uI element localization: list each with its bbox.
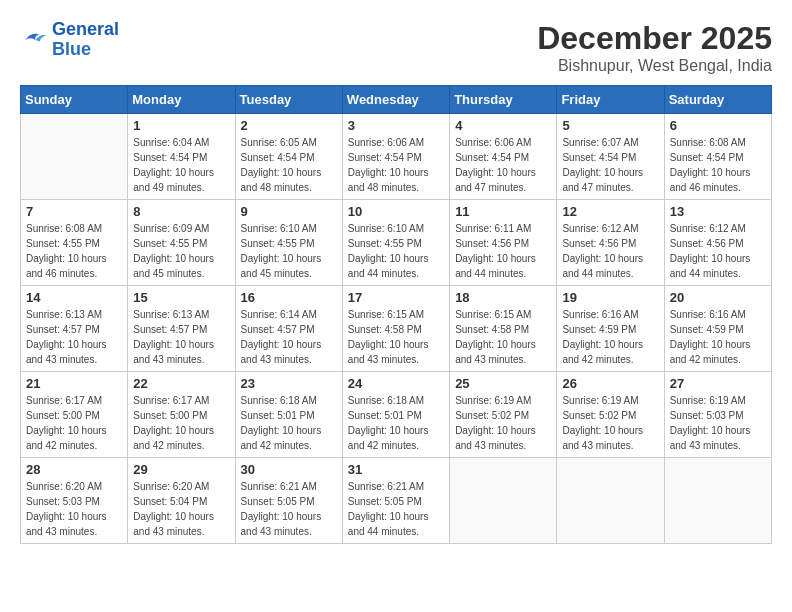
- table-row: 4Sunrise: 6:06 AMSunset: 4:54 PMDaylight…: [450, 114, 557, 200]
- day-number: 29: [133, 462, 229, 477]
- header-thursday: Thursday: [450, 86, 557, 114]
- logo-icon: [20, 26, 48, 54]
- day-info: Sunrise: 6:06 AMSunset: 4:54 PMDaylight:…: [348, 135, 444, 195]
- day-info: Sunrise: 6:15 AMSunset: 4:58 PMDaylight:…: [348, 307, 444, 367]
- day-info: Sunrise: 6:18 AMSunset: 5:01 PMDaylight:…: [241, 393, 337, 453]
- header-wednesday: Wednesday: [342, 86, 449, 114]
- day-number: 13: [670, 204, 766, 219]
- day-number: 27: [670, 376, 766, 391]
- logo-text: General Blue: [52, 20, 119, 60]
- table-row: 25Sunrise: 6:19 AMSunset: 5:02 PMDayligh…: [450, 372, 557, 458]
- day-number: 8: [133, 204, 229, 219]
- table-row: [450, 458, 557, 544]
- day-info: Sunrise: 6:13 AMSunset: 4:57 PMDaylight:…: [26, 307, 122, 367]
- day-number: 24: [348, 376, 444, 391]
- day-info: Sunrise: 6:09 AMSunset: 4:55 PMDaylight:…: [133, 221, 229, 281]
- table-row: 10Sunrise: 6:10 AMSunset: 4:55 PMDayligh…: [342, 200, 449, 286]
- day-info: Sunrise: 6:21 AMSunset: 5:05 PMDaylight:…: [241, 479, 337, 539]
- day-info: Sunrise: 6:06 AMSunset: 4:54 PMDaylight:…: [455, 135, 551, 195]
- day-number: 7: [26, 204, 122, 219]
- table-row: 3Sunrise: 6:06 AMSunset: 4:54 PMDaylight…: [342, 114, 449, 200]
- table-row: 26Sunrise: 6:19 AMSunset: 5:02 PMDayligh…: [557, 372, 664, 458]
- table-row: 11Sunrise: 6:11 AMSunset: 4:56 PMDayligh…: [450, 200, 557, 286]
- day-number: 19: [562, 290, 658, 305]
- day-number: 11: [455, 204, 551, 219]
- day-number: 4: [455, 118, 551, 133]
- day-info: Sunrise: 6:10 AMSunset: 4:55 PMDaylight:…: [241, 221, 337, 281]
- day-number: 26: [562, 376, 658, 391]
- table-row: 1Sunrise: 6:04 AMSunset: 4:54 PMDaylight…: [128, 114, 235, 200]
- calendar-week-row: 28Sunrise: 6:20 AMSunset: 5:03 PMDayligh…: [21, 458, 772, 544]
- calendar-week-row: 7Sunrise: 6:08 AMSunset: 4:55 PMDaylight…: [21, 200, 772, 286]
- day-number: 18: [455, 290, 551, 305]
- day-info: Sunrise: 6:20 AMSunset: 5:03 PMDaylight:…: [26, 479, 122, 539]
- day-info: Sunrise: 6:17 AMSunset: 5:00 PMDaylight:…: [133, 393, 229, 453]
- table-row: 31Sunrise: 6:21 AMSunset: 5:05 PMDayligh…: [342, 458, 449, 544]
- day-number: 14: [26, 290, 122, 305]
- table-row: 5Sunrise: 6:07 AMSunset: 4:54 PMDaylight…: [557, 114, 664, 200]
- day-info: Sunrise: 6:11 AMSunset: 4:56 PMDaylight:…: [455, 221, 551, 281]
- day-info: Sunrise: 6:10 AMSunset: 4:55 PMDaylight:…: [348, 221, 444, 281]
- day-number: 16: [241, 290, 337, 305]
- calendar-week-row: 1Sunrise: 6:04 AMSunset: 4:54 PMDaylight…: [21, 114, 772, 200]
- day-info: Sunrise: 6:08 AMSunset: 4:54 PMDaylight:…: [670, 135, 766, 195]
- table-row: 18Sunrise: 6:15 AMSunset: 4:58 PMDayligh…: [450, 286, 557, 372]
- title-section: December 2025 Bishnupur, West Bengal, In…: [537, 20, 772, 75]
- day-number: 10: [348, 204, 444, 219]
- day-info: Sunrise: 6:05 AMSunset: 4:54 PMDaylight:…: [241, 135, 337, 195]
- day-info: Sunrise: 6:19 AMSunset: 5:03 PMDaylight:…: [670, 393, 766, 453]
- day-info: Sunrise: 6:19 AMSunset: 5:02 PMDaylight:…: [455, 393, 551, 453]
- table-row: 14Sunrise: 6:13 AMSunset: 4:57 PMDayligh…: [21, 286, 128, 372]
- month-year-title: December 2025: [537, 20, 772, 57]
- day-number: 22: [133, 376, 229, 391]
- day-number: 2: [241, 118, 337, 133]
- day-number: 21: [26, 376, 122, 391]
- table-row: 19Sunrise: 6:16 AMSunset: 4:59 PMDayligh…: [557, 286, 664, 372]
- table-row: 9Sunrise: 6:10 AMSunset: 4:55 PMDaylight…: [235, 200, 342, 286]
- day-number: 3: [348, 118, 444, 133]
- day-info: Sunrise: 6:14 AMSunset: 4:57 PMDaylight:…: [241, 307, 337, 367]
- table-row: 6Sunrise: 6:08 AMSunset: 4:54 PMDaylight…: [664, 114, 771, 200]
- table-row: 2Sunrise: 6:05 AMSunset: 4:54 PMDaylight…: [235, 114, 342, 200]
- day-info: Sunrise: 6:17 AMSunset: 5:00 PMDaylight:…: [26, 393, 122, 453]
- table-row: 30Sunrise: 6:21 AMSunset: 5:05 PMDayligh…: [235, 458, 342, 544]
- day-number: 31: [348, 462, 444, 477]
- header-sunday: Sunday: [21, 86, 128, 114]
- day-number: 12: [562, 204, 658, 219]
- header-saturday: Saturday: [664, 86, 771, 114]
- header-friday: Friday: [557, 86, 664, 114]
- day-info: Sunrise: 6:12 AMSunset: 4:56 PMDaylight:…: [670, 221, 766, 281]
- table-row: 12Sunrise: 6:12 AMSunset: 4:56 PMDayligh…: [557, 200, 664, 286]
- day-info: Sunrise: 6:19 AMSunset: 5:02 PMDaylight:…: [562, 393, 658, 453]
- day-info: Sunrise: 6:18 AMSunset: 5:01 PMDaylight:…: [348, 393, 444, 453]
- day-info: Sunrise: 6:16 AMSunset: 4:59 PMDaylight:…: [670, 307, 766, 367]
- day-number: 25: [455, 376, 551, 391]
- day-info: Sunrise: 6:13 AMSunset: 4:57 PMDaylight:…: [133, 307, 229, 367]
- day-info: Sunrise: 6:21 AMSunset: 5:05 PMDaylight:…: [348, 479, 444, 539]
- day-number: 5: [562, 118, 658, 133]
- day-number: 28: [26, 462, 122, 477]
- day-info: Sunrise: 6:04 AMSunset: 4:54 PMDaylight:…: [133, 135, 229, 195]
- day-number: 20: [670, 290, 766, 305]
- calendar-week-row: 14Sunrise: 6:13 AMSunset: 4:57 PMDayligh…: [21, 286, 772, 372]
- table-row: 13Sunrise: 6:12 AMSunset: 4:56 PMDayligh…: [664, 200, 771, 286]
- header-monday: Monday: [128, 86, 235, 114]
- table-row: 22Sunrise: 6:17 AMSunset: 5:00 PMDayligh…: [128, 372, 235, 458]
- table-row: 16Sunrise: 6:14 AMSunset: 4:57 PMDayligh…: [235, 286, 342, 372]
- day-number: 9: [241, 204, 337, 219]
- day-info: Sunrise: 6:07 AMSunset: 4:54 PMDaylight:…: [562, 135, 658, 195]
- day-number: 23: [241, 376, 337, 391]
- table-row: 29Sunrise: 6:20 AMSunset: 5:04 PMDayligh…: [128, 458, 235, 544]
- table-row: [21, 114, 128, 200]
- table-row: 8Sunrise: 6:09 AMSunset: 4:55 PMDaylight…: [128, 200, 235, 286]
- day-info: Sunrise: 6:16 AMSunset: 4:59 PMDaylight:…: [562, 307, 658, 367]
- calendar-header-row: Sunday Monday Tuesday Wednesday Thursday…: [21, 86, 772, 114]
- location-subtitle: Bishnupur, West Bengal, India: [537, 57, 772, 75]
- table-row: 20Sunrise: 6:16 AMSunset: 4:59 PMDayligh…: [664, 286, 771, 372]
- day-number: 6: [670, 118, 766, 133]
- table-row: [557, 458, 664, 544]
- table-row: 17Sunrise: 6:15 AMSunset: 4:58 PMDayligh…: [342, 286, 449, 372]
- table-row: 24Sunrise: 6:18 AMSunset: 5:01 PMDayligh…: [342, 372, 449, 458]
- day-number: 15: [133, 290, 229, 305]
- header-tuesday: Tuesday: [235, 86, 342, 114]
